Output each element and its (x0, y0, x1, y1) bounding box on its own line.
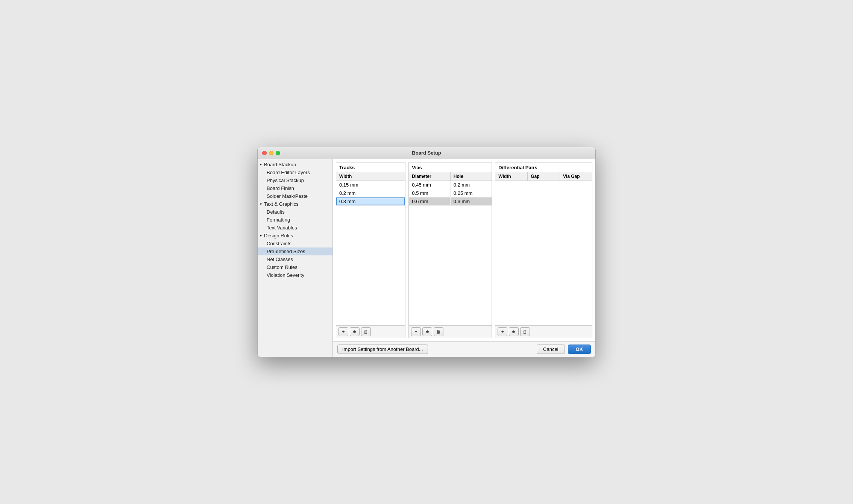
via-hole-cell: 0.25 mm (451, 189, 492, 197)
sort-via-button[interactable]: ≑ (422, 327, 432, 336)
sidebar-item-pre-defined-sizes[interactable]: Pre-defined Sizes (258, 247, 332, 255)
sidebar-item-constraints[interactable]: Constraints (258, 240, 332, 247)
table-row[interactable]: 0.45 mm 0.2 mm (409, 181, 492, 189)
chevron-down-icon: ▾ (260, 234, 262, 238)
vias-col-diameter: Diameter (409, 172, 451, 181)
vias-section: Vias Diameter Hole 0.45 mm 0.2 mm 0.5 mm… (408, 162, 492, 338)
add-via-button[interactable]: + (411, 327, 421, 336)
diff-pairs-title: Differential Pairs (495, 162, 592, 172)
sidebar-item-net-classes[interactable]: Net Classes (258, 255, 332, 263)
via-diameter-cell: 0.45 mm (409, 181, 451, 189)
tracks-body: 0.15 mm 0.2 mm 0.3 mm (336, 181, 405, 325)
chevron-down-icon: ▾ (260, 162, 262, 167)
ok-button[interactable]: OK (568, 345, 591, 354)
track-width-cell: 0.15 mm (336, 181, 405, 189)
vias-title: Vias (409, 162, 492, 172)
table-row[interactable]: 0.3 mm (336, 197, 405, 206)
sidebar-item-formatting[interactable]: Formatting (258, 216, 332, 224)
delete-track-button[interactable]: 🗑 (361, 327, 371, 336)
vias-body: 0.45 mm 0.2 mm 0.5 mm 0.25 mm 0.6 mm 0.3… (409, 181, 492, 325)
tracks-title: Tracks (336, 162, 405, 172)
titlebar: Board Setup (258, 147, 595, 159)
diff-pairs-col-width: Width (495, 172, 528, 181)
main-content: ▾ Board Stackup Board Editor Layers Phys… (258, 159, 595, 357)
minimize-button[interactable] (269, 151, 273, 155)
bottom-bar: Import Settings from Another Board... Ca… (333, 341, 595, 357)
bottom-right-buttons: Cancel OK (537, 345, 591, 354)
diff-pairs-col-gap: Gap (528, 172, 560, 181)
sidebar-item-design-rules[interactable]: ▾ Design Rules (258, 232, 332, 240)
board-setup-window: Board Setup ▾ Board Stackup Board Editor… (257, 147, 596, 357)
track-width-cell: 0.2 mm (336, 189, 405, 197)
vias-toolbar: + ≑ 🗑 (409, 325, 492, 338)
delete-diff-pair-button[interactable]: 🗑 (520, 327, 530, 336)
tracks-header-row: Width (336, 172, 405, 181)
via-diameter-cell: 0.6 mm (409, 197, 451, 205)
table-row[interactable]: 0.5 mm 0.25 mm (409, 189, 492, 197)
add-diff-pair-button[interactable]: + (498, 327, 507, 336)
vias-col-hole: Hole (451, 172, 492, 181)
sidebar-item-board-stackup[interactable]: ▾ Board Stackup (258, 161, 332, 169)
table-row[interactable]: 0.6 mm 0.3 mm (409, 197, 492, 206)
sidebar-item-board-editor-layers[interactable]: Board Editor Layers (258, 169, 332, 176)
vias-header-row: Diameter Hole (409, 172, 492, 181)
diff-pairs-header-row: Width Gap Via Gap (495, 172, 592, 181)
trash-icon: 🗑 (364, 329, 368, 334)
import-settings-button[interactable]: Import Settings from Another Board... (337, 345, 428, 354)
diff-pairs-section: Differential Pairs Width Gap Via Gap + ≑… (495, 162, 592, 338)
window-controls (262, 151, 280, 155)
tracks-col-width: Width (336, 172, 405, 181)
trash-icon: 🗑 (436, 329, 441, 334)
via-hole-cell: 0.2 mm (451, 181, 492, 189)
diff-pairs-toolbar: + ≑ 🗑 (495, 325, 592, 338)
track-width-cell-editing[interactable]: 0.3 mm (336, 197, 405, 205)
delete-via-button[interactable]: 🗑 (434, 327, 443, 336)
diff-pairs-col-via-gap: Via Gap (560, 172, 592, 181)
sidebar-item-violation-severity[interactable]: Violation Severity (258, 271, 332, 279)
via-diameter-cell: 0.5 mm (409, 189, 451, 197)
via-hole-cell: 0.3 mm (451, 197, 492, 205)
sidebar-item-solder-mask-paste[interactable]: Solder Mask/Paste (258, 192, 332, 200)
sidebar-item-text-graphics[interactable]: ▾ Text & Graphics (258, 200, 332, 208)
tracks-toolbar: + ≑ 🗑 (336, 325, 405, 338)
maximize-button[interactable] (276, 151, 280, 155)
chevron-down-icon: ▾ (260, 202, 262, 206)
sidebar-item-text-variables[interactable]: Text Variables (258, 224, 332, 232)
cancel-button[interactable]: Cancel (537, 345, 565, 354)
close-button[interactable] (262, 151, 267, 155)
table-row[interactable]: 0.15 mm (336, 181, 405, 189)
sidebar-item-physical-stackup[interactable]: Physical Stackup (258, 176, 332, 184)
add-track-button[interactable]: + (338, 327, 348, 336)
sidebar-item-defaults[interactable]: Defaults (258, 208, 332, 216)
window-title: Board Setup (412, 150, 441, 156)
sort-diff-pair-button[interactable]: ≑ (509, 327, 519, 336)
tables-area: Tracks Width 0.15 mm 0.2 mm 0.3 mm (333, 159, 595, 341)
sidebar: ▾ Board Stackup Board Editor Layers Phys… (258, 159, 333, 357)
trash-icon: 🗑 (523, 329, 527, 334)
table-row[interactable]: 0.2 mm (336, 189, 405, 197)
diff-pairs-body (495, 181, 592, 325)
sidebar-item-custom-rules[interactable]: Custom Rules (258, 263, 332, 271)
content-area: Tracks Width 0.15 mm 0.2 mm 0.3 mm (333, 159, 595, 357)
sort-track-button[interactable]: ≑ (350, 327, 360, 336)
sidebar-item-board-finish[interactable]: Board Finish (258, 184, 332, 192)
tracks-section: Tracks Width 0.15 mm 0.2 mm 0.3 mm (336, 162, 405, 338)
